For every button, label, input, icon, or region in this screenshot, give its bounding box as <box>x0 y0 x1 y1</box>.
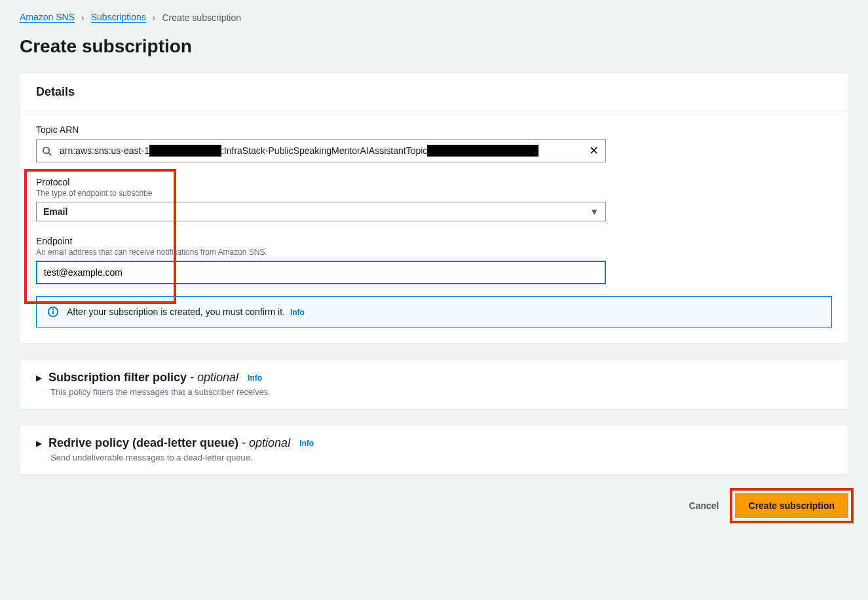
triangle-right-icon: ▶ <box>36 373 42 383</box>
redrive-policy-panel: ▶ Redrive policy (dead-letter queue) - o… <box>20 425 848 475</box>
form-actions: Cancel Create subscription <box>20 491 848 525</box>
details-header: Details <box>20 73 848 111</box>
filter-policy-desc: This policy filters the messages that a … <box>50 387 832 397</box>
breadcrumb-current: Create subscription <box>162 12 241 23</box>
breadcrumb-subscriptions-link[interactable]: Subscriptions <box>91 12 146 23</box>
endpoint-label: Endpoint <box>36 236 832 246</box>
topic-arn-value: arn:aws:sns:us-east-1:InfraStack-PublicS… <box>57 140 582 162</box>
breadcrumb: Amazon SNS › Subscriptions › Create subs… <box>20 12 848 23</box>
redrive-policy-desc: Send undeliverable messages to a dead-le… <box>50 453 832 462</box>
caret-down-icon: ▼ <box>590 206 599 217</box>
protocol-field: Protocol The type of endpoint to subscri… <box>36 177 832 221</box>
endpoint-field: Endpoint An email address that can recei… <box>36 236 832 284</box>
protocol-select[interactable]: Email ▼ <box>36 202 606 221</box>
details-panel: Details Topic ARN arn:aws:sns:us-east-1:… <box>20 73 848 344</box>
protocol-desc: The type of endpoint to subscribe <box>36 189 832 198</box>
topic-arn-label: Topic ARN <box>36 124 832 135</box>
chevron-right-icon: › <box>153 12 156 23</box>
topic-arn-field: Topic ARN arn:aws:sns:us-east-1:InfraSta… <box>36 124 832 162</box>
chevron-right-icon: › <box>81 12 85 23</box>
confirm-info-banner: After your subscription is created, you … <box>36 296 832 328</box>
svg-line-1 <box>48 153 51 155</box>
filter-policy-title: Subscription filter policy - optional <box>48 371 238 384</box>
close-icon: ✕ <box>589 144 599 157</box>
filter-policy-toggle[interactable]: ▶ Subscription filter policy - optional … <box>36 371 832 384</box>
triangle-right-icon: ▶ <box>36 439 42 448</box>
redrive-policy-title: Redrive policy (dead-letter queue) - opt… <box>48 436 290 450</box>
filter-policy-panel: ▶ Subscription filter policy - optional … <box>20 360 848 409</box>
protocol-label: Protocol <box>36 177 832 187</box>
endpoint-desc: An email address that can receive notifi… <box>36 248 832 257</box>
svg-point-4 <box>53 309 54 310</box>
search-icon <box>37 146 57 156</box>
details-heading: Details <box>36 85 832 99</box>
confirm-info-text: After your subscription is created, you … <box>67 307 305 317</box>
info-icon <box>47 306 59 318</box>
confirm-info-link[interactable]: Info <box>290 308 305 317</box>
endpoint-input[interactable] <box>36 261 606 284</box>
redrive-policy-toggle[interactable]: ▶ Redrive policy (dead-letter queue) - o… <box>36 436 832 450</box>
redrive-policy-info-link[interactable]: Info <box>299 439 314 448</box>
topic-arn-input-wrap[interactable]: arn:aws:sns:us-east-1:InfraStack-PublicS… <box>36 139 606 162</box>
protocol-selected-value: Email <box>43 206 590 217</box>
clear-topic-arn-button[interactable]: ✕ <box>582 145 605 157</box>
create-subscription-button[interactable]: Create subscription <box>735 493 848 518</box>
breadcrumb-root-link[interactable]: Amazon SNS <box>20 12 75 23</box>
svg-point-0 <box>43 147 49 153</box>
filter-policy-info-link[interactable]: Info <box>248 373 262 383</box>
cancel-button[interactable]: Cancel <box>684 494 725 517</box>
page-title: Create subscription <box>20 36 848 57</box>
